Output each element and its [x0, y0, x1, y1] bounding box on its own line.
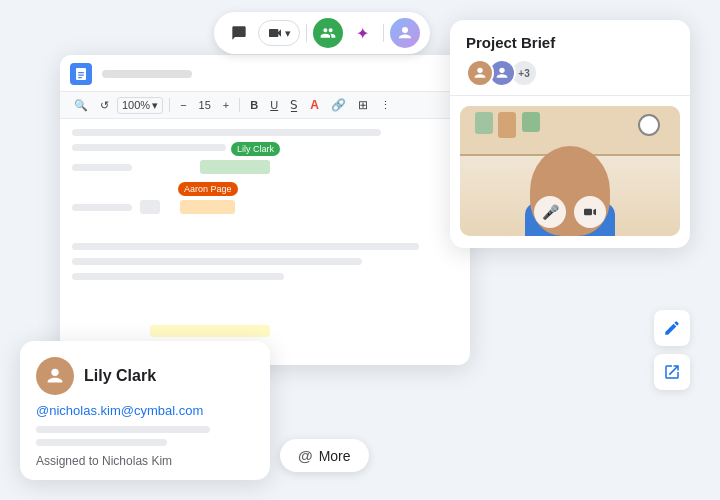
- docs-title-placeholder: [102, 70, 192, 78]
- toolbar-sep-1: [169, 98, 170, 112]
- gantt-label-1: [72, 164, 132, 171]
- plus-btn[interactable]: +: [219, 97, 233, 113]
- zoom-arrow: ▾: [152, 99, 158, 112]
- content-line-1: [72, 129, 381, 136]
- svg-rect-3: [78, 77, 82, 78]
- add-people-btn[interactable]: [313, 18, 343, 48]
- docs-title-bar: [60, 55, 470, 92]
- contact-assigned: Assigned to Nicholas Kim: [36, 454, 254, 468]
- toolbar-divider-2: [383, 24, 384, 42]
- more-button[interactable]: @ More: [280, 439, 369, 472]
- user-avatar-toolbar[interactable]: [390, 18, 420, 48]
- font-size[interactable]: 15: [195, 97, 215, 113]
- contact-avatar: [36, 357, 74, 395]
- edit-icons: [654, 310, 690, 390]
- minus-btn[interactable]: −: [176, 97, 190, 113]
- more-options-btn[interactable]: ⋮: [376, 97, 395, 114]
- svg-rect-7: [584, 209, 592, 216]
- content-line-3: [72, 243, 419, 250]
- gantt-bar-aaron: Aaron Page: [180, 200, 235, 214]
- gantt-bar-lily: Lily Clark: [200, 160, 270, 174]
- undo-btn[interactable]: ↺: [96, 97, 113, 114]
- docs-logo: [70, 63, 92, 85]
- mic-btn[interactable]: 🎤: [534, 196, 566, 228]
- svg-marker-8: [593, 209, 596, 216]
- meet-divider: [450, 95, 690, 96]
- contact-email[interactable]: @nicholas.kim@cymbal.com: [36, 403, 254, 418]
- svg-rect-2: [78, 75, 84, 76]
- gantt-spacer: [72, 181, 458, 199]
- strikethrough-btn[interactable]: S̲: [286, 96, 302, 114]
- search-btn[interactable]: 🔍: [70, 97, 92, 114]
- meet-avatars: +3: [450, 59, 690, 95]
- gantt-row-aaron: Aaron Page: [72, 199, 458, 215]
- contact-line-2: [36, 439, 167, 446]
- docs-toolbar-row: 🔍 ↺ 100% ▾ − 15 + B U S̲ A 🔗 ⊞ ⋮: [60, 92, 470, 119]
- at-sign: @: [298, 447, 313, 464]
- bold-btn[interactable]: B: [246, 97, 262, 113]
- meet-header: Project Brief: [450, 20, 690, 59]
- toolbar-sep-2: [239, 98, 240, 112]
- contact-card: Lily Clark @nicholas.kim@cymbal.com Assi…: [20, 341, 270, 480]
- shelf-item-3: [522, 112, 540, 132]
- sparkle-btn[interactable]: ✦: [347, 18, 377, 48]
- meet-toolbar: ▾ ✦: [214, 12, 430, 54]
- svg-point-4: [402, 27, 408, 33]
- toolbar-divider: [306, 24, 307, 42]
- external-link-btn[interactable]: [654, 354, 690, 390]
- meet-panel: Project Brief +3 🎤: [450, 20, 690, 248]
- text-color-btn[interactable]: A: [306, 96, 323, 114]
- zoom-control[interactable]: 100% ▾: [117, 97, 163, 114]
- insert-btn[interactable]: ⊞: [354, 96, 372, 114]
- svg-point-5: [477, 68, 482, 73]
- docs-window: 🔍 ↺ 100% ▾ − 15 + B U S̲ A 🔗 ⊞ ⋮ Lily Cl…: [60, 55, 470, 365]
- contact-name: Lily Clark: [84, 367, 156, 385]
- docs-content: Lily Clark Aaron Page: [60, 119, 470, 298]
- gantt-area: Lily Clark Aaron Page: [72, 159, 458, 215]
- content-line-2: [72, 144, 226, 151]
- video-chevron: ▾: [285, 27, 291, 40]
- video-controls: 🎤: [534, 196, 606, 228]
- clock: [638, 114, 660, 136]
- contact-header: Lily Clark: [36, 357, 254, 395]
- yellow-highlight: [150, 325, 270, 337]
- svg-rect-1: [78, 72, 84, 73]
- meet-title: Project Brief: [466, 34, 555, 51]
- gantt-label-2: [72, 204, 132, 211]
- meet-video: 🎤: [460, 106, 680, 236]
- content-line-4: [72, 258, 362, 265]
- cam-btn[interactable]: [574, 196, 606, 228]
- gantt-gap: [72, 221, 458, 243]
- shelf-item-1: [475, 112, 493, 134]
- pencil-btn[interactable]: [654, 310, 690, 346]
- video-btn[interactable]: ▾: [258, 20, 300, 46]
- link-btn[interactable]: 🔗: [327, 96, 350, 114]
- aaron-page-tag: Aaron Page: [178, 182, 238, 196]
- underline-btn[interactable]: U: [266, 97, 282, 113]
- contact-line-1: [36, 426, 210, 433]
- lily-clark-tag: Lily Clark: [231, 142, 280, 156]
- svg-point-9: [51, 369, 58, 376]
- content-line-5: [72, 273, 284, 280]
- shelf-item-2: [498, 112, 516, 138]
- gantt-row-lily: Lily Clark: [72, 159, 458, 175]
- contact-lines: [36, 426, 254, 446]
- svg-point-6: [499, 68, 504, 73]
- chat-btn[interactable]: [224, 18, 254, 48]
- more-label: More: [319, 448, 351, 464]
- participant-avatar-1: [466, 59, 494, 87]
- zoom-value: 100%: [122, 99, 150, 111]
